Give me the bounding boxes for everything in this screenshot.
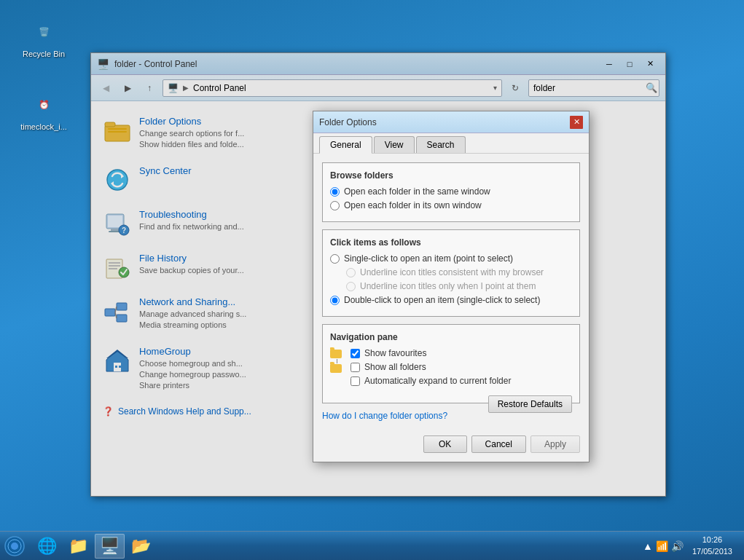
taskbar-control-panel[interactable]: 🖥️	[95, 534, 125, 559]
restore-defaults-button[interactable]: Restore Defaults	[488, 395, 572, 413]
network-tray-icon[interactable]: 📶	[656, 540, 668, 552]
taskbar-items: 🌐 📁 🖥️ 📂	[29, 532, 637, 560]
underline-point-radio[interactable]	[346, 282, 356, 291]
navigation-pane-label: Navigation pane	[330, 332, 572, 342]
navigation-pane-section: Navigation pane Show	[322, 324, 580, 403]
nav-pane-checkboxes: Show favourites Show all folders Automat…	[351, 348, 572, 390]
dialog-overlay: Folder Options ✕ General View Search Bro…	[90, 52, 666, 497]
clock-date: 17/05/2013	[692, 546, 732, 557]
show-favourites-label: Show favourites	[364, 348, 426, 358]
cancel-button[interactable]: Cancel	[471, 435, 526, 453]
show-all-folders-checkbox[interactable]	[351, 363, 360, 372]
folder-options-dialog: Folder Options ✕ General View Search Bro…	[313, 111, 590, 462]
underline-consistent-label: Underline icon titles consistent with my…	[360, 267, 544, 277]
taskbar-explorer[interactable]: 📁	[63, 534, 93, 559]
timeclock-image: ⏰	[29, 90, 58, 119]
click-items-section: Click items as follows Single-click to o…	[322, 229, 580, 317]
browse-own-window-radio[interactable]	[330, 201, 340, 210]
show-all-folders-row: Show all folders	[351, 362, 572, 372]
taskbar-clock[interactable]: 10:26 17/05/2013	[686, 533, 738, 559]
tab-bar: General View Search	[313, 133, 589, 153]
auto-expand-row: Automatically expand to current folder	[351, 376, 572, 386]
auto-expand-checkbox[interactable]	[351, 376, 360, 386]
browse-folders-section: Browse folders Open each folder in the s…	[322, 162, 580, 222]
taskbar: 🌐 📁 🖥️ 📂 ▲ 📶 🔊 10:26 17/05/2013	[0, 531, 744, 560]
tab-search[interactable]: Search	[416, 136, 466, 153]
recycle-bin-icon[interactable]: 🗑️ Recycle Bin	[15, 15, 73, 61]
explorer-icon: 📁	[68, 537, 88, 556]
show-favourites-row: Show favourites	[351, 348, 572, 358]
clock-time: 10:26	[692, 535, 732, 545]
dialog-title: Folder Options	[319, 117, 570, 127]
underline-point-label: Underline icon titles only when I point …	[360, 281, 536, 291]
dialog-buttons: OK Cancel Apply	[313, 430, 589, 462]
browse-same-window-row: Open each folder in the same window	[330, 186, 572, 197]
start-button[interactable]	[0, 532, 29, 561]
double-click-radio[interactable]	[330, 296, 340, 305]
timeclock-label: timeclock_i...	[20, 122, 67, 131]
auto-expand-label: Automatically expand to current folder	[364, 376, 511, 386]
folder4-icon: 📂	[131, 537, 151, 556]
recycle-bin-image: 🗑️	[29, 17, 58, 47]
control-panel-taskbar-icon: 🖥️	[100, 537, 120, 556]
dialog-titlebar: Folder Options ✕	[313, 111, 589, 133]
single-click-label: Single-click to open an item (point to s…	[344, 253, 513, 264]
browse-folders-label: Browse folders	[330, 170, 572, 181]
single-click-row: Single-click to open an item (point to s…	[330, 253, 572, 264]
dialog-content: Browse folders Open each folder in the s…	[313, 153, 589, 430]
double-click-label: Double-click to open an item (single-cli…	[344, 295, 540, 305]
double-click-row: Double-click to open an item (single-cli…	[330, 295, 572, 305]
tab-view[interactable]: View	[374, 136, 415, 153]
nav-pane-folder-icons	[330, 350, 342, 373]
dialog-close-button[interactable]: ✕	[570, 116, 583, 129]
taskbar-tray: ▲ 📶 🔊 10:26 17/05/2013	[637, 533, 744, 559]
browse-own-window-label: Open each folder in its own window	[344, 200, 482, 210]
svg-point-29	[11, 543, 18, 550]
single-click-radio[interactable]	[330, 254, 340, 264]
tab-general[interactable]: General	[319, 136, 372, 154]
underline-consistent-radio[interactable]	[346, 268, 356, 277]
taskbar-ie[interactable]: 🌐	[32, 534, 62, 559]
click-items-label: Click items as follows	[330, 237, 572, 248]
recycle-bin-label: Recycle Bin	[23, 50, 65, 58]
ok-button[interactable]: OK	[423, 435, 467, 453]
show-favourites-checkbox[interactable]	[351, 349, 360, 358]
browse-same-window-radio[interactable]	[330, 187, 340, 197]
apply-button[interactable]: Apply	[530, 435, 580, 453]
browse-own-window-row: Open each folder in its own window	[330, 200, 572, 210]
volume-tray-icon[interactable]: 🔊	[671, 540, 684, 552]
taskbar-folder4[interactable]: 📂	[126, 534, 156, 559]
browse-same-window-label: Open each folder in the same window	[344, 186, 490, 197]
timeclock-icon[interactable]: ⏰ timeclock_i...	[15, 87, 73, 134]
underline-point-row: Underline icon titles only when I point …	[330, 281, 572, 291]
ie-icon: 🌐	[37, 537, 57, 556]
show-all-folders-label: Show all folders	[364, 362, 426, 372]
underline-consistent-row: Underline icon titles consistent with my…	[330, 267, 572, 277]
show-hidden-tray-button[interactable]: ▲	[643, 540, 653, 552]
